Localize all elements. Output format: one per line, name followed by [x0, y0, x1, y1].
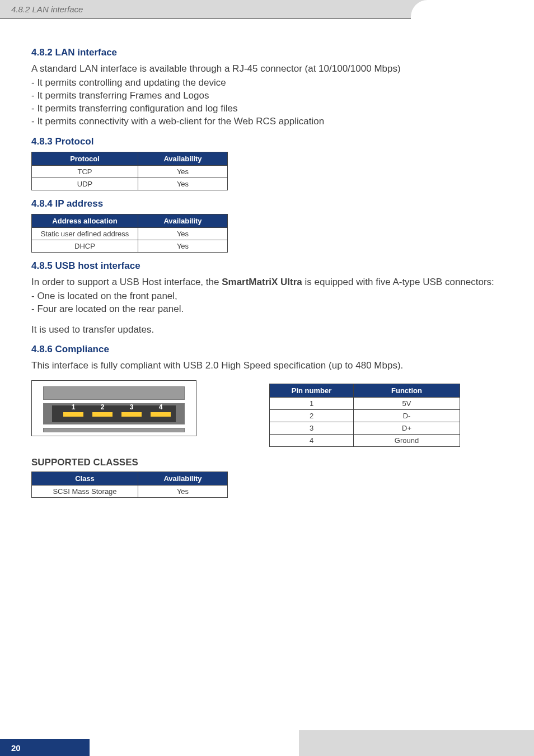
th-pin-number: Pin number	[270, 384, 354, 398]
section-485-lead: In order to support a USB Host interface…	[31, 276, 503, 289]
cell: D-	[354, 410, 460, 422]
th-availability: Availability	[138, 152, 228, 165]
header-corner-decoration	[411, 0, 534, 34]
product-name-bold: SmartMatriX Ultra	[222, 277, 302, 287]
cell: Yes	[138, 178, 228, 190]
pin-function-table: Pin number Function 1 5V 2 D- 3 D+ 4 Gro…	[269, 384, 460, 447]
usb-pin-3	[121, 412, 142, 417]
cell: Yes	[138, 227, 228, 240]
usb-shell-bottom	[43, 428, 185, 432]
footer-page-number: 20	[0, 739, 90, 756]
cell: D+	[354, 422, 460, 435]
usb-pin-2	[92, 412, 113, 417]
cell: UDP	[32, 178, 138, 190]
th-class: Class	[32, 472, 138, 486]
table-row: SCSI Mass Storage Yes	[32, 486, 228, 498]
usb-pin-label-1: 1	[63, 403, 83, 411]
section-485-title: 4.8.5 USB host interface	[31, 260, 503, 272]
usb-connector-diagram: 1 2 3 4	[31, 380, 196, 436]
cell: 5V	[354, 398, 460, 410]
section-483-title: 4.8.3 Protocol	[31, 136, 503, 147]
text: is equipped with five A-type USB connect…	[302, 277, 494, 287]
section-482-title: 4.8.2 LAN interface	[31, 47, 503, 58]
cell: 3	[270, 422, 354, 435]
table-row: UDP Yes	[32, 178, 228, 190]
usb-pin-label-4: 4	[151, 403, 171, 411]
section-482-bullet-1: - It permits controlling and updating th…	[31, 77, 503, 90]
table-row: 1 5V	[270, 398, 460, 410]
usb-diagram-row: 1 2 3 4 Pin number Function 1 5V	[31, 380, 503, 450]
header-bar: 4.8.2 LAN interface	[0, 0, 534, 19]
cell: SCSI Mass Storage	[32, 486, 138, 498]
cell: Yes	[138, 240, 228, 252]
usb-pin-labels: 1 2 3 4	[63, 403, 171, 411]
supported-classes-title: SUPPORTED CLASSES	[31, 457, 503, 468]
footer-curve-decoration	[299, 730, 534, 756]
usb-pin-label-2: 2	[92, 403, 113, 411]
section-482-bullet-3: - It permits transferring configuration …	[31, 102, 503, 115]
table-row: 3 D+	[270, 422, 460, 435]
table-row: 4 Ground	[270, 435, 460, 447]
protocol-table: Protocol Availability TCP Yes UDP Yes	[31, 152, 228, 190]
table-header-row: Pin number Function	[270, 384, 460, 398]
table-row: Static user defined address Yes	[32, 227, 228, 240]
section-486-title: 4.8.6 Compliance	[31, 344, 503, 355]
table-header-row: Protocol Availability	[32, 152, 228, 165]
table-row: 2 D-	[270, 410, 460, 422]
usb-pin-4	[151, 412, 171, 417]
page-content: 4.8.2 LAN interface A standard LAN inter…	[0, 19, 534, 498]
cell: Ground	[354, 435, 460, 447]
ip-address-table: Address allocation Availability Static u…	[31, 214, 228, 253]
section-485-bullet-2: - Four are located on the rear panel.	[31, 303, 503, 316]
cell: Yes	[138, 486, 228, 498]
section-482-bullet-2: - It permits transferring Frames and Log…	[31, 90, 503, 102]
table-row: TCP Yes	[32, 165, 228, 178]
th-function: Function	[354, 384, 460, 398]
th-availability: Availability	[138, 214, 228, 227]
cell: DHCP	[32, 240, 138, 252]
supported-classes-table: Class Availability SCSI Mass Storage Yes	[31, 472, 228, 498]
table-header-row: Class Availability	[32, 472, 228, 486]
th-protocol: Protocol	[32, 152, 138, 165]
usb-pins	[63, 412, 171, 417]
cell: Static user defined address	[32, 227, 138, 240]
section-484-title: 4.8.4 IP address	[31, 198, 503, 209]
usb-shell-top	[43, 386, 185, 400]
table-row: DHCP Yes	[32, 240, 228, 252]
usb-pin-label-3: 3	[121, 403, 142, 411]
header-breadcrumb: 4.8.2 LAN interface	[11, 4, 83, 14]
section-485-updates: It is used to transfer updates.	[31, 324, 503, 337]
section-486-lead: This interface is fully compliant with U…	[31, 360, 503, 372]
table-header-row: Address allocation Availability	[32, 214, 228, 227]
section-485-bullet-1: - One is located on the front panel,	[31, 290, 503, 303]
cell: 1	[270, 398, 354, 410]
cell: TCP	[32, 165, 138, 178]
usb-pin-1	[63, 412, 83, 417]
page-number: 20	[11, 743, 21, 753]
section-482-bullet-4: - It permits connectivity with a web-cli…	[31, 115, 503, 128]
text: In order to support a USB Host interface…	[31, 277, 222, 287]
th-availability: Availability	[138, 472, 228, 486]
th-address-allocation: Address allocation	[32, 214, 138, 227]
cell: Yes	[138, 165, 228, 178]
cell: 4	[270, 435, 354, 447]
cell: 2	[270, 410, 354, 422]
section-482-lead: A standard LAN interface is available th…	[31, 63, 503, 76]
